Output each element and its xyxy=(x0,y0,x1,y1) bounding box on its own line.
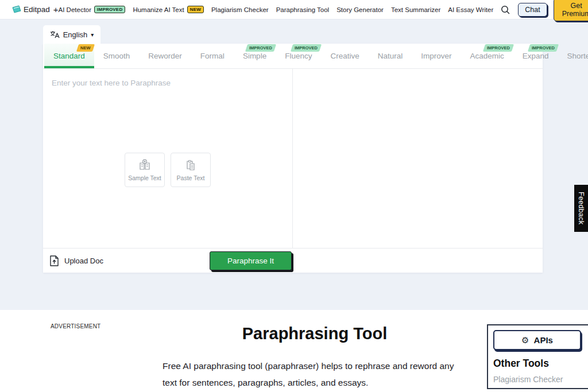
tab-improver[interactable]: Improver xyxy=(412,44,461,68)
tab-label: Fluency xyxy=(285,52,312,60)
header-actions: Chat Get Premium Login xyxy=(518,0,588,21)
editor-toolbar: Upload Doc Paraphrase It xyxy=(43,248,543,273)
upload-doc-label: Upload Doc xyxy=(64,257,103,265)
chevron-down-icon: ▾ xyxy=(91,32,94,38)
gear-icon: ⚙ xyxy=(521,335,529,346)
editpad-logo-text: Editpad xyxy=(24,5,50,14)
paste-text-label: Paste Text xyxy=(177,174,205,181)
improved-badge: IMPROVED xyxy=(527,44,558,52)
nav-label: AI Detector xyxy=(59,6,92,13)
tab-label: Improver xyxy=(421,52,451,60)
nav-label: Humanize AI Text xyxy=(133,6,184,13)
tab-label: Formal xyxy=(200,52,225,60)
nav-paraphrasing-tool[interactable]: Paraphrasing Tool xyxy=(276,6,330,13)
tab-label: Reworder xyxy=(148,52,182,60)
tab-label: Expand xyxy=(523,52,549,60)
advertisement-label: ADVERTISEMENT xyxy=(51,323,100,329)
nav-text-summarizer[interactable]: Text Summarizer xyxy=(391,6,440,13)
editpad-logo[interactable]: Editpad + xyxy=(11,5,59,14)
upload-doc-icon xyxy=(49,255,59,267)
quick-actions: Sample Text Paste Text xyxy=(125,153,211,187)
nav-label: Text Summarizer xyxy=(391,6,440,13)
main-nav: AI Detector IMPROVED Humanize AI Text NE… xyxy=(59,6,494,13)
tab-academic[interactable]: Academic IMPROVED xyxy=(461,44,513,68)
tab-fluency[interactable]: Fluency IMPROVED xyxy=(276,44,321,68)
page-description: Free AI paraphrasing tool (paraphraser) … xyxy=(163,358,467,391)
tab-creative[interactable]: Creative xyxy=(321,44,368,68)
improved-badge: IMPROVED xyxy=(245,44,276,52)
nav-ai-detector[interactable]: AI Detector IMPROVED xyxy=(59,6,126,13)
tab-label: Natural xyxy=(378,52,403,60)
tab-reworder[interactable]: Reworder xyxy=(139,44,191,68)
tab-expand[interactable]: Expand IMPROVED xyxy=(513,44,558,68)
tab-label: Academic xyxy=(470,52,504,60)
logo-plus: + xyxy=(53,5,59,14)
tab-label: Shorten xyxy=(567,52,588,60)
sample-text-label: Sample Text xyxy=(128,174,161,181)
tab-label: Creative xyxy=(330,52,359,60)
paste-text-icon xyxy=(184,159,197,172)
nav-story-generator[interactable]: Story Generator xyxy=(336,6,384,13)
language-selector[interactable]: English ▾ xyxy=(43,25,100,44)
sample-text-icon xyxy=(138,159,152,172)
tab-natural[interactable]: Natural xyxy=(369,44,412,68)
apis-button[interactable]: ⚙ APIs xyxy=(493,330,581,350)
chat-button[interactable]: Chat xyxy=(518,3,547,17)
nav-label: Story Generator xyxy=(336,6,384,13)
paraphrase-it-button[interactable]: Paraphrase It xyxy=(210,251,292,270)
page-title: Paraphrasing Tool xyxy=(163,324,467,343)
improved-badge: IMPROVED xyxy=(94,6,125,13)
nav-label: AI Essay Writer xyxy=(448,6,493,13)
upload-doc-button[interactable]: Upload Doc xyxy=(49,255,103,267)
editpad-logo-icon xyxy=(11,5,22,14)
nav-plagiarism-checker[interactable]: Plagiarism Checker xyxy=(211,6,269,13)
apis-button-label: APIs xyxy=(534,335,553,345)
mode-tabs: Standard NEW Smooth Reworder Formal Simp… xyxy=(43,44,543,69)
improved-badge: IMPROVED xyxy=(291,44,322,52)
new-badge: NEW xyxy=(76,44,95,52)
get-premium-button[interactable]: Get Premium xyxy=(554,0,588,21)
translate-icon xyxy=(50,30,60,38)
tab-smooth[interactable]: Smooth xyxy=(94,44,140,68)
improved-badge: IMPROVED xyxy=(483,44,514,52)
tab-label: Standard xyxy=(53,52,85,60)
tab-simple[interactable]: Simple IMPROVED xyxy=(234,44,276,68)
sidebar-link-plagiarism-checker[interactable]: Plagiarism Checker xyxy=(493,375,588,384)
paste-text-button[interactable]: Paste Text xyxy=(171,153,211,187)
other-tools-heading: Other Tools xyxy=(493,358,588,370)
tab-shorten[interactable]: Shorten xyxy=(558,44,588,68)
other-tools-panel: ⚙ APIs Other Tools Plagiarism Checker xyxy=(487,324,588,389)
search-icon[interactable] xyxy=(500,5,510,15)
input-pane: Sample Text Paste Text xyxy=(43,69,293,248)
tab-label: Simple xyxy=(243,52,266,60)
nav-label: Plagiarism Checker xyxy=(211,6,269,13)
nav-humanize-ai-text[interactable]: Humanize AI Text NEW xyxy=(133,6,204,13)
top-navigation-bar: Editpad + AI Detector IMPROVED Humanize … xyxy=(0,0,588,20)
paraphraser-card: Standard NEW Smooth Reworder Formal Simp… xyxy=(43,44,543,273)
article-column: Paraphrasing Tool Free AI paraphrasing t… xyxy=(163,324,467,391)
nav-label: Paraphrasing Tool xyxy=(276,6,330,13)
editor-panes: Sample Text Paste Text xyxy=(43,69,543,248)
tab-standard[interactable]: Standard NEW xyxy=(44,44,94,68)
nav-ai-essay-writer[interactable]: AI Essay Writer xyxy=(448,6,493,13)
feedback-tab[interactable]: Feedback xyxy=(574,185,588,232)
output-pane xyxy=(293,69,543,248)
sample-text-button[interactable]: Sample Text xyxy=(125,153,165,187)
new-badge: NEW xyxy=(187,6,204,13)
tab-label: Smooth xyxy=(103,52,130,60)
language-value: English xyxy=(63,30,88,39)
tab-formal[interactable]: Formal xyxy=(191,44,234,68)
